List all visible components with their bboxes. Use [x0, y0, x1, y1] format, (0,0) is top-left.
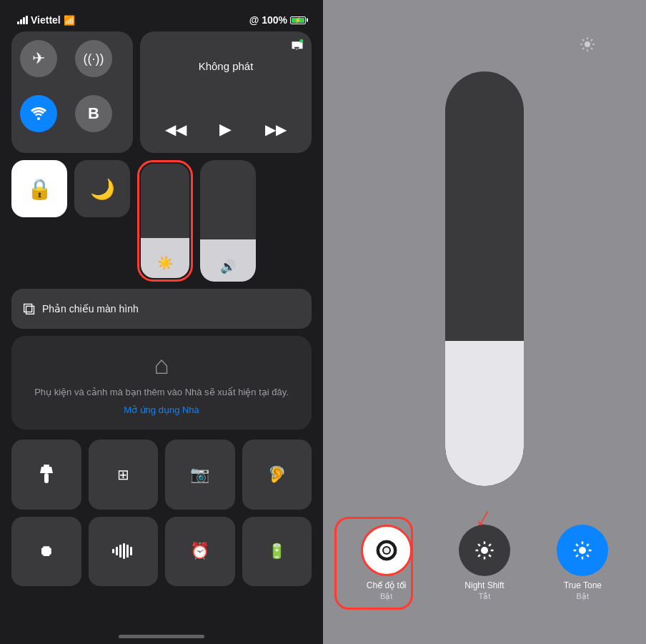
play-button[interactable]: ▶: [219, 120, 232, 139]
status-right: @ 100% ⚡: [249, 14, 306, 26]
top-row: ✈ ((·)) B: [11, 31, 312, 153]
record-button[interactable]: ⏺: [11, 517, 81, 587]
carrier-label: Viettel: [31, 14, 61, 26]
battery-container: ⚡: [290, 16, 306, 24]
svg-point-1: [299, 39, 303, 43]
media-controls: ◀◀ ▶ ▶▶: [149, 114, 303, 144]
battery-bolt-icon: ⚡: [294, 17, 302, 24]
svg-line-40: [587, 544, 589, 546]
svg-rect-4: [44, 473, 49, 483]
svg-point-24: [481, 547, 488, 554]
dark-mode-label: Chế độ tối: [367, 580, 407, 590]
svg-line-38: [576, 544, 578, 546]
svg-rect-5: [112, 549, 114, 553]
brightness-slider-wrapper[interactable]: ☀️: [137, 160, 193, 282]
night-shift-label: Night Shift: [464, 580, 504, 590]
svg-line-39: [587, 555, 589, 557]
connectivity-block: ✈ ((·)) B: [11, 31, 133, 153]
calculator-button[interactable]: ⊞: [89, 440, 159, 510]
svg-point-11: [585, 41, 590, 47]
signal-bar-4: [26, 16, 28, 24]
signal-bar-2: [20, 19, 22, 24]
flashlight-button[interactable]: [11, 440, 81, 510]
camera-button[interactable]: 📷: [165, 440, 235, 510]
home-app-link[interactable]: Mở ứng dụng Nhà: [124, 405, 199, 415]
screen-mirror-button[interactable]: ⧉ Phản chiếu màn hình: [11, 289, 312, 329]
clock-button[interactable]: ⏰: [165, 517, 235, 587]
home-indicator: [119, 635, 204, 638]
status-left: Viettel 📶: [17, 14, 75, 26]
night-shift-option[interactable]: Night Shift Tắt: [459, 525, 510, 601]
volume-icon: 🔊: [220, 259, 236, 274]
right-panel: ↓ Chế độ tối Bật: [323, 0, 646, 644]
svg-line-18: [591, 39, 592, 41]
svg-line-31: [489, 544, 491, 546]
dark-mode-option[interactable]: Chế độ tối Bật: [361, 525, 412, 601]
status-bar: Viettel 📶 @ 100% ⚡: [11, 11, 312, 31]
night-shift-sublabel: Tắt: [479, 592, 491, 601]
night-shift-button[interactable]: [459, 525, 510, 576]
soundwave-button[interactable]: [89, 517, 159, 587]
signal-bar-1: [17, 21, 19, 24]
moon-icon: 🌙: [90, 177, 115, 201]
controls-area: ✈ ((·)) B: [11, 31, 312, 629]
forward-button[interactable]: ▶▶: [265, 121, 287, 138]
lock-rotation-icon: 🔒: [27, 177, 52, 201]
screen-mirror-icon: ⧉: [23, 299, 35, 319]
wifi-status-icon: 📶: [64, 15, 75, 26]
dark-mode-sublabel: Bật: [380, 592, 392, 601]
signal-bars: [17, 16, 28, 24]
true-tone-label: True Tone: [564, 580, 602, 590]
signal-bar-3: [23, 17, 25, 24]
airplay-button[interactable]: [290, 39, 304, 56]
large-brightness-slider[interactable]: [445, 71, 524, 486]
svg-marker-3: [40, 467, 53, 473]
dark-mode-button[interactable]: [361, 525, 412, 576]
svg-line-17: [591, 48, 592, 49]
media-block: Không phát ◀◀ ▶ ▶▶: [140, 31, 312, 153]
cellular-button[interactable]: ((·)): [75, 40, 112, 77]
bottom-row-2: ⏺ ⏰ 🔋: [11, 517, 312, 598]
bottom-row-1: ⊞ 📷 🦻: [11, 440, 312, 510]
home-text: Phụ kiện và cảnh mà bạn thêm vào Nhà sẽ …: [34, 386, 289, 399]
hearing-button[interactable]: 🦻: [242, 440, 312, 510]
true-tone-button[interactable]: [557, 525, 608, 576]
brightness-icon: ☀️: [157, 255, 173, 271]
home-description: Phụ kiện và cảnh mà bạn thêm vào Nhà sẽ …: [34, 387, 289, 397]
svg-point-23: [384, 548, 389, 553]
media-title: Không phát: [149, 60, 303, 72]
home-app-icon: ⌂: [154, 350, 169, 380]
svg-line-19: [582, 48, 584, 49]
volume-slider[interactable]: 🔊: [200, 160, 256, 282]
rewind-button[interactable]: ◀◀: [165, 121, 187, 138]
svg-rect-9: [126, 545, 129, 558]
bluetooth-button[interactable]: B: [75, 95, 112, 132]
left-panel: Viettel 📶 @ 100% ⚡ ✈ ((·)): [0, 0, 323, 644]
svg-line-29: [478, 544, 480, 546]
svg-line-30: [489, 555, 491, 557]
svg-rect-10: [130, 547, 132, 555]
sun-brightness-icon: [579, 36, 596, 57]
home-section: ⌂ Phụ kiện và cảnh mà bạn thêm vào Nhà s…: [11, 336, 312, 430]
large-brightness-fill: [445, 341, 524, 486]
brightness-slider[interactable]: ☀️: [141, 164, 189, 278]
svg-line-41: [576, 555, 578, 557]
svg-rect-8: [123, 543, 125, 559]
lock-rotation-button[interactable]: 🔒: [11, 160, 67, 217]
svg-rect-2: [44, 465, 49, 467]
screen-mirror-label: Phản chiếu màn hình: [42, 303, 139, 314]
battery-button[interactable]: 🔋: [242, 517, 312, 587]
battery-icon: ⚡: [290, 16, 306, 24]
airplane-mode-button[interactable]: ✈: [20, 40, 57, 77]
battery-pct-label: @ 100%: [249, 14, 287, 26]
true-tone-option[interactable]: True Tone Bật: [557, 525, 608, 601]
svg-line-32: [478, 555, 480, 557]
svg-rect-6: [116, 547, 118, 555]
true-tone-sublabel: Bật: [577, 592, 589, 601]
svg-line-16: [582, 39, 584, 41]
bottom-options: Chế độ tối Bật Night Shift Tắt: [323, 525, 646, 601]
wifi-button[interactable]: [20, 95, 57, 132]
svg-point-0: [37, 117, 40, 120]
do-not-disturb-button[interactable]: 🌙: [74, 160, 130, 217]
svg-rect-7: [119, 545, 121, 558]
